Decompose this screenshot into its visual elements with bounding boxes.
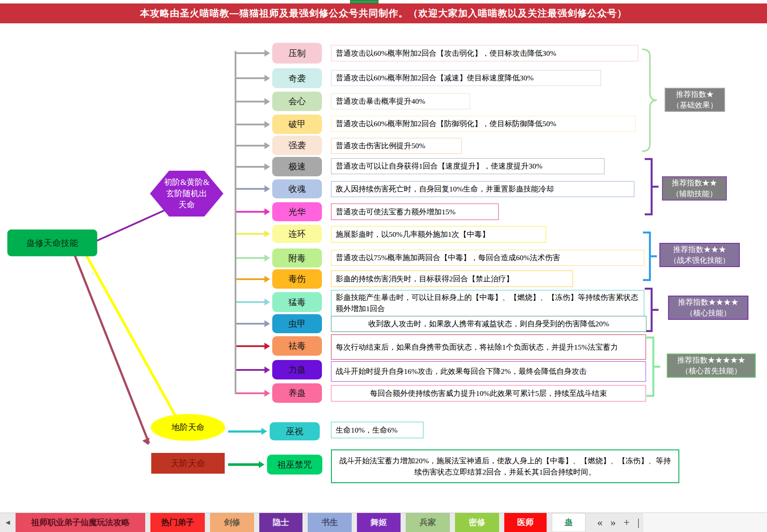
- arrowhead-icon: [259, 461, 264, 468]
- group-bracket: [643, 233, 657, 280]
- sheet-divider: |: [637, 516, 640, 529]
- recommendation-line-2: （辅助技能）: [665, 188, 723, 199]
- recommendation-label: 推荐指数★★（辅助技能）: [662, 176, 727, 201]
- arrowhead-icon: [264, 75, 270, 82]
- skill-arrow: [228, 430, 262, 433]
- recommendation-line-2: （基础效果）: [668, 100, 722, 111]
- skill-node: 祛毒: [272, 336, 322, 356]
- skill-desc: 战斗开始时提升自身16%攻击，此效果每回合下降2%，最终会降低自身攻击: [331, 361, 646, 382]
- skill-node: 毒伤: [272, 269, 322, 289]
- skill-desc: 敌人因持续伤害死亡时，自身回复10%生命，并重置影蛊技能冷却: [331, 181, 634, 197]
- skill-arrow: [236, 77, 265, 79]
- sheet-tab-controls: « » + |: [593, 513, 643, 532]
- arrowhead-icon: [264, 255, 270, 261]
- sheet-tab-7[interactable]: 兵家: [406, 513, 450, 532]
- tab-bar-empty-area: [643, 513, 767, 532]
- group-bracket: [646, 338, 660, 396]
- skill-node: 力蛊: [272, 360, 322, 379]
- arrowhead-icon: [264, 163, 270, 170]
- sheet-tab-10[interactable]: 蛊: [552, 513, 586, 532]
- skill-node: 巫祝: [270, 422, 320, 440]
- recommendation-line-1: 推荐指数★★★★: [672, 297, 745, 308]
- tianjie-node: 天阶天命: [151, 453, 225, 474]
- skill-node: 收魂: [272, 179, 322, 198]
- arrowhead-icon: [264, 50, 270, 57]
- skill-desc: 普通攻击暴击概率提升40%: [331, 93, 470, 109]
- recommendation-line-1: 推荐指数★★: [665, 178, 723, 188]
- arrowhead-icon: [264, 390, 270, 397]
- arrowhead-icon: [261, 428, 267, 435]
- arrowhead-icon: [264, 230, 270, 237]
- scroll-left-icon[interactable]: ◀: [0, 513, 16, 532]
- hexagon-line-2: 玄阶随机出: [166, 188, 207, 199]
- arrowhead-icon: [264, 320, 270, 327]
- recommendation-label: 推荐指数★★★★（核心技能）: [668, 296, 748, 320]
- skill-arrow: [236, 52, 265, 54]
- banner-text: 本攻略由圣火喵喵教—猫猫祖师及最强剑修公众号共同制作。（欢迎大家加入喵喵教以及关…: [140, 7, 627, 20]
- skill-node: 猛毒: [272, 292, 322, 312]
- sheet-tab-8[interactable]: 密修: [455, 513, 499, 532]
- sheet-tab-1[interactable]: 祖师职业弟子仙魔玩法攻略: [16, 513, 145, 532]
- skill-node: 祖巫禁咒: [267, 455, 322, 475]
- skill-arrow: [236, 278, 265, 280]
- skill-desc: 每回合额外使持续伤害威力提升10%此效果可累计5层，持续至战斗结束: [331, 385, 646, 401]
- skill-desc: 影蛊的持续伤害消失时，目标获得2回合【禁止治疗】: [331, 271, 573, 287]
- skill-arrow: [236, 257, 265, 259]
- skill-arrow: [236, 166, 265, 168]
- skill-desc: 生命10%，生命6%: [331, 422, 423, 438]
- sheet-tab-6[interactable]: 舞姬: [357, 513, 401, 532]
- arrowhead-icon: [264, 299, 270, 306]
- prev-sheets-button[interactable]: «: [597, 516, 603, 529]
- skill-desc: 普通攻击以75%概率施加两回合【中毒】，每回合造成60%法术伤害: [331, 250, 644, 266]
- hexagon-line-3: 天命: [178, 199, 195, 210]
- skill-node: 附毒: [272, 248, 322, 268]
- sheet-tab-3[interactable]: 剑修: [210, 513, 254, 532]
- skill-node: 连环: [272, 225, 322, 243]
- arrowhead-icon: [264, 185, 270, 192]
- sheet-tab-9[interactable]: 医师: [504, 513, 547, 532]
- arrowhead-icon: [264, 208, 270, 215]
- recommendation-label: 推荐指数★（基础效果）: [665, 88, 725, 112]
- skill-desc: 影蛊技能产生暴击时，可以让目标身上的【中毒】、【燃烧】、【冻伤】等持续伤害累状态…: [331, 290, 644, 316]
- tianjie-arrowhead-icon: [142, 438, 152, 447]
- skill-arrow: [236, 301, 265, 303]
- sheet-tab-5[interactable]: 书生: [308, 513, 352, 532]
- sheet-tab-4[interactable]: 隐士: [259, 513, 302, 532]
- recommendation-line-1: 推荐指数★★★★★: [670, 355, 752, 366]
- skill-desc: 每次行动结束后，如果自身携带负面状态，将祛除1个负面状态，并提升15%法宝蓄力: [331, 334, 646, 360]
- hexagon-node: 初阶&黄阶& 玄阶随机出 天命: [150, 171, 223, 217]
- group-bracket: [645, 289, 659, 331]
- root-node: 蛊修天命技能: [7, 229, 97, 256]
- top-mini-sheet-tab[interactable]: [350, 0, 379, 3]
- add-sheet-button[interactable]: +: [624, 516, 630, 529]
- skill-arrow: [236, 369, 265, 371]
- skill-node: 压制: [272, 43, 322, 64]
- skill-arrow: [236, 124, 265, 125]
- skill-desc: 普通攻击以60%概率附加2回合【防御弱化】，使目标防御降低50%: [331, 116, 636, 132]
- arrowhead-icon: [264, 276, 270, 283]
- sheet-tab-2[interactable]: 热门弟子: [150, 513, 205, 532]
- arrowhead-icon: [264, 366, 270, 373]
- skill-node: 会心: [272, 92, 322, 111]
- recommendation-label: 推荐指数★★★★★（核心首先技能）: [667, 354, 756, 378]
- recommendation-label: 推荐指数★★★（战术强化技能）: [659, 243, 740, 267]
- skill-node: 奇袭: [272, 68, 322, 88]
- recommendation-line-2: （核心技能）: [672, 308, 745, 319]
- skill-arrow: [236, 101, 265, 102]
- skill-arrow: [236, 345, 265, 347]
- trunk-line: [235, 51, 236, 394]
- hexagon-line-1: 初阶&黄阶&: [164, 177, 210, 188]
- title-banner: 本攻略由圣火喵喵教—猫猫祖师及最强剑修公众号共同制作。（欢迎大家加入喵喵教以及关…: [0, 3, 767, 23]
- skill-node: 光华: [272, 202, 322, 221]
- recommendation-line-1: 推荐指数★: [668, 89, 722, 100]
- skill-desc: 战斗开始法宝蓄力增加20%，施展法宝神通后，使敌人身上的【中毒】、【燃烧】、【冻…: [331, 449, 679, 483]
- top-strip: [0, 0, 767, 3]
- arrowhead-icon: [264, 343, 270, 350]
- connector-root-to-tianjie: [74, 254, 149, 443]
- skill-arrow: [236, 188, 265, 190]
- sheet-tab-bar: ◀ 祖师职业弟子仙魔玩法攻略热门弟子剑修隐士书生舞姬兵家密修医师蛊 « » + …: [0, 513, 767, 532]
- recommendation-line-1: 推荐指数★★★: [663, 244, 736, 255]
- group-bracket: [642, 49, 657, 151]
- next-sheets-button[interactable]: »: [611, 516, 616, 529]
- sheet-tabs: 祖师职业弟子仙魔玩法攻略热门弟子剑修隐士书生舞姬兵家密修医师蛊: [16, 513, 591, 532]
